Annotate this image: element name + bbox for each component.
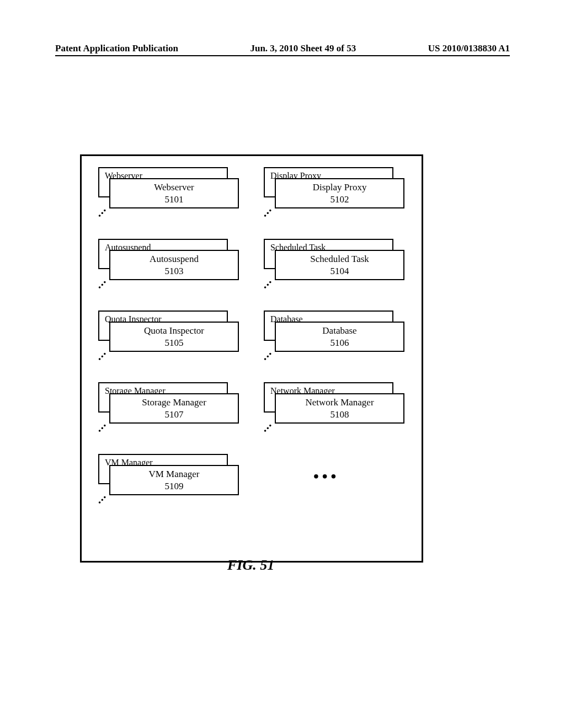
- quota-inspector-name: Quota Inspector: [144, 325, 204, 336]
- scheduled-task-name: Scheduled Task: [310, 253, 369, 265]
- scheduled-task-num: 5104: [331, 265, 349, 277]
- webserver-num: 5101: [165, 194, 184, 205]
- display-proxy-box-front: Display Proxy 5102: [275, 178, 404, 208]
- network-manager-name: Network Manager: [305, 397, 374, 408]
- vm-manager-num: 5109: [165, 480, 184, 492]
- header-middle: Jun. 3, 2010 Sheet 49 of 53: [250, 43, 356, 54]
- dots-icon: •••: [98, 351, 107, 361]
- database-name: Database: [322, 325, 356, 336]
- storage-manager-name: Storage Manager: [142, 397, 206, 408]
- dots-icon: •••: [98, 423, 107, 432]
- dots-icon: •••: [98, 280, 107, 289]
- network-manager-num: 5108: [331, 409, 349, 420]
- vm-manager-name: VM Manager: [148, 468, 199, 480]
- scheduled-task-box-front: Scheduled Task 5104: [275, 250, 404, 280]
- dots-icon: •••: [263, 351, 273, 361]
- database-num: 5106: [331, 337, 349, 349]
- storage-manager-num: 5107: [165, 409, 184, 420]
- display-proxy-num: 5102: [331, 194, 349, 205]
- storage-manager-box-front: Storage Manager 5107: [109, 393, 239, 424]
- dots-icon: •••: [98, 495, 107, 504]
- webserver-box-front: Webserver 5101: [109, 178, 239, 208]
- autosuspend-box-front: Autosuspend 5103: [109, 250, 239, 280]
- dots-icon: •••: [263, 208, 273, 217]
- quota-inspector-num: 5105: [165, 337, 184, 349]
- autosuspend-name: Autosuspend: [150, 253, 199, 265]
- header-right: US 2010/0138830 A1: [428, 43, 510, 54]
- vm-manager-box-front: VM Manager 5109: [109, 465, 239, 495]
- figure-51-container: Webserver Webserver 5101 ••• Display Pro…: [80, 154, 423, 563]
- more-dots-icon: •••: [313, 468, 339, 485]
- network-manager-box-front: Network Manager 5108: [275, 393, 404, 424]
- autosuspend-num: 5103: [165, 265, 184, 277]
- database-box-front: Database 5106: [275, 322, 404, 352]
- header-rule: [55, 55, 510, 56]
- webserver-name: Webserver: [154, 181, 194, 193]
- quota-inspector-box-front: Quota Inspector 5105: [109, 322, 239, 352]
- page-header: Patent Application Publication Jun. 3, 2…: [55, 43, 510, 54]
- display-proxy-name: Display Proxy: [313, 181, 367, 193]
- header-left: Patent Application Publication: [55, 43, 178, 54]
- figure-label: FIG. 51: [227, 557, 274, 574]
- dots-icon: •••: [263, 423, 273, 432]
- dots-icon: •••: [263, 280, 273, 289]
- dots-icon: •••: [98, 208, 107, 217]
